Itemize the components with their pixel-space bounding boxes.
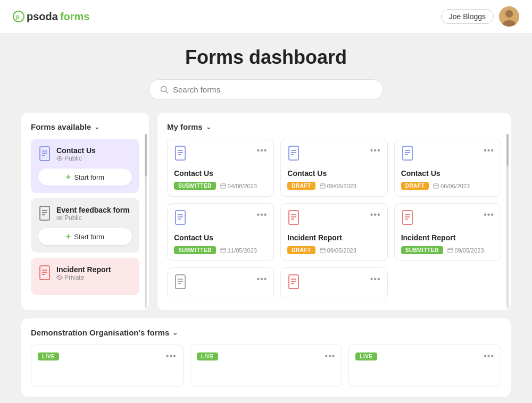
search-input[interactable] (173, 85, 372, 94)
status-badge-4: DRAFT (287, 246, 315, 254)
menu-dots-6[interactable]: ••• (257, 274, 268, 284)
menu-dots-5[interactable]: ••• (484, 210, 494, 220)
forms-available-header: Forms available ⌄ (31, 122, 139, 131)
incident-report-name: Incident Report (56, 265, 111, 274)
svg-rect-68 (447, 248, 452, 253)
plus-icon-0: + (66, 172, 71, 182)
form-card-right-5: ••• Incident Report SUBMITTED 09/05/2023 (394, 203, 501, 261)
org-form-card-2: LIVE ••• (348, 345, 501, 387)
card-date-4: 09/05/2023 (320, 247, 356, 254)
svg-rect-60 (320, 248, 325, 253)
form-card-icon-0 (174, 146, 187, 164)
svg-point-18 (59, 217, 60, 219)
org-menu-dots-0[interactable]: ••• (166, 351, 177, 361)
form-card-right-4: ••• Incident Report DRAFT 09/05/2023 (280, 203, 387, 261)
form-card-right-1: ••• Contact Us DRAFT 09/06/2023 (280, 139, 387, 197)
svg-rect-28 (221, 184, 226, 188)
card-status-row-4: DRAFT 09/05/2023 (287, 246, 380, 254)
search-container (21, 79, 511, 100)
menu-dots-2[interactable]: ••• (484, 146, 494, 155)
svg-text:p: p (16, 13, 20, 20)
svg-rect-52 (221, 248, 226, 253)
my-forms-header: My forms ⌄ (167, 122, 501, 131)
org-status-badge-0: LIVE (38, 352, 59, 360)
search-icon (160, 86, 169, 94)
status-badge-3: SUBMITTED (174, 246, 216, 254)
status-badge-1: DRAFT (287, 182, 315, 190)
user-name[interactable]: Joe Bloggs (441, 9, 494, 24)
svg-rect-64 (403, 211, 412, 224)
svg-line-6 (166, 91, 168, 93)
org-status-badge-1: LIVE (197, 352, 218, 360)
form-card-right-0: ••• Contact Us SUBMITTED 04/08/2023 (167, 139, 274, 197)
avatar[interactable] (499, 6, 519, 27)
status-badge-2: DRAFT (401, 182, 429, 190)
incident-report-icon (38, 265, 51, 283)
form-card-right-7: ••• (280, 267, 387, 299)
svg-rect-32 (289, 146, 298, 160)
form-card-icon-4 (287, 210, 300, 228)
svg-rect-40 (403, 146, 412, 160)
logo: p psoda forms (13, 11, 89, 23)
form-card-contact-us: Contact Us Public + Start form (31, 139, 139, 193)
page-title: Forms dashboard (21, 46, 511, 69)
svg-rect-19 (40, 266, 49, 280)
menu-dots-1[interactable]: ••• (370, 146, 381, 155)
header: p psoda forms Joe Bloggs (0, 0, 532, 33)
start-form-button-0[interactable]: + Start form (38, 169, 132, 186)
card-date-0: 04/08/2023 (220, 183, 257, 189)
svg-rect-36 (320, 184, 325, 188)
card-date-2: 06/06/2023 (433, 183, 470, 189)
form-card-icon-2 (401, 146, 414, 164)
card-date-5: 09/05/2023 (447, 247, 484, 254)
menu-dots-0[interactable]: ••• (257, 146, 268, 155)
event-feedback-visibility: Public (56, 214, 130, 222)
card-status-row-1: DRAFT 09/06/2023 (287, 182, 380, 190)
logo-psoda-text: psoda (27, 11, 58, 23)
card-title-5: Incident Report (401, 233, 494, 242)
scroll-indicator-left[interactable] (145, 134, 147, 308)
contact-us-icon (38, 146, 51, 164)
logo-forms-text: forms (60, 11, 90, 23)
svg-rect-7 (40, 147, 49, 161)
my-forms-chevron[interactable]: ⌄ (206, 123, 211, 131)
menu-dots-3[interactable]: ••• (257, 210, 268, 220)
forms-available-label: Forms available (31, 122, 91, 131)
event-feedback-name: Event feedback form (56, 206, 130, 214)
main-content: Forms dashboard Forms available ⌄ (0, 33, 532, 403)
menu-dots-4[interactable]: ••• (370, 210, 381, 220)
forms-available-chevron[interactable]: ⌄ (94, 123, 99, 131)
org-forms-panel: Demonstration Organisation's forms ⌄ LIV… (21, 318, 511, 397)
card-date-1: 09/06/2023 (320, 183, 356, 189)
incident-report-visibility: Private (56, 274, 111, 281)
status-badge-5: SUBMITTED (401, 246, 443, 254)
form-card-icon-1 (287, 146, 300, 164)
form-card-icon-7 (287, 274, 300, 292)
org-menu-dots-2[interactable]: ••• (484, 351, 494, 361)
card-date-3: 11/05/2023 (220, 247, 257, 254)
card-status-row-2: DRAFT 06/06/2023 (401, 182, 494, 190)
org-forms-header: Demonstration Organisation's forms ⌄ (31, 328, 501, 337)
form-card-icon-5 (401, 210, 414, 228)
form-card-icon-3 (174, 210, 187, 228)
card-status-row-0: SUBMITTED 04/08/2023 (174, 182, 267, 190)
org-forms-grid: LIVE ••• LIVE ••• LIVE ••• (31, 345, 501, 387)
start-form-button-1[interactable]: + Start form (38, 228, 132, 245)
menu-dots-7[interactable]: ••• (370, 274, 381, 284)
svg-rect-76 (289, 275, 298, 289)
my-forms-grid: ••• Contact Us SUBMITTED 04/08/2023 (167, 139, 501, 299)
scroll-indicator-right[interactable] (506, 134, 509, 308)
contact-us-name: Contact Us (56, 146, 96, 155)
form-card-right-3: ••• Contact Us SUBMITTED 11/05/2023 (167, 203, 274, 261)
status-badge-0: SUBMITTED (174, 182, 216, 190)
card-status-row-3: SUBMITTED 11/05/2023 (174, 246, 267, 254)
event-feedback-icon (38, 206, 51, 224)
my-forms-panel: My forms ⌄ ••• Contact Us SUBMITTED (157, 113, 511, 310)
card-title-0: Contact Us (174, 169, 267, 178)
svg-rect-13 (40, 206, 49, 220)
form-card-right-2: ••• Contact Us DRAFT 06/06/2023 (394, 139, 501, 197)
svg-rect-56 (289, 211, 298, 224)
org-menu-dots-1[interactable]: ••• (325, 351, 336, 361)
org-status-badge-2: LIVE (355, 352, 377, 360)
org-forms-chevron[interactable]: ⌄ (172, 329, 178, 337)
